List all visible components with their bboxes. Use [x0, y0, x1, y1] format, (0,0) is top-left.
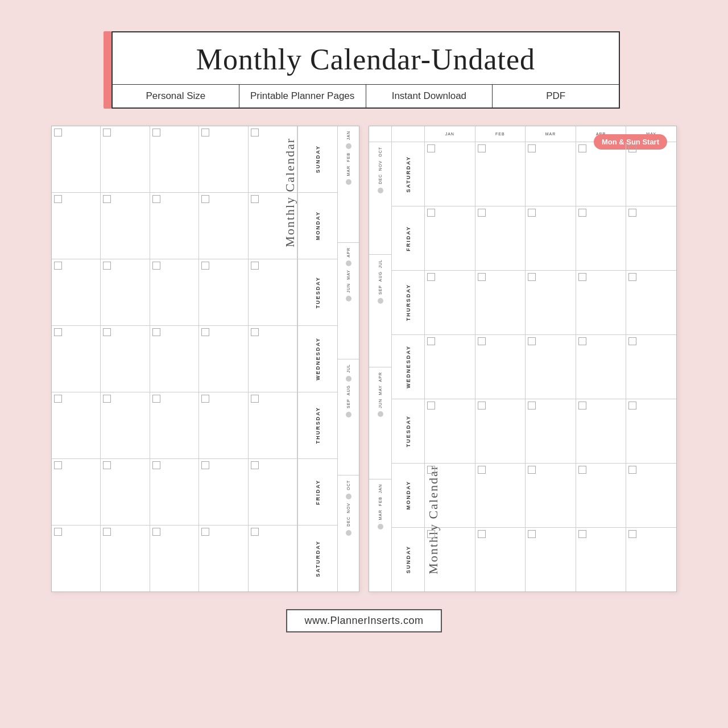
cell-number-box — [103, 262, 111, 270]
right-month-spacer — [369, 126, 392, 142]
cell-number-box — [427, 530, 435, 538]
cell-number-box — [628, 273, 636, 281]
day-label-sunday: SUNDAY — [298, 126, 337, 193]
right-month-sec-3: APR MAY JUN — [369, 367, 391, 480]
cell-number-box — [201, 328, 209, 336]
cell — [425, 142, 475, 206]
cell — [425, 271, 475, 334]
cell — [199, 526, 248, 592]
cell-number-box — [478, 337, 486, 345]
grid-row-6 — [52, 459, 297, 526]
cell — [249, 459, 297, 525]
right-grid-row-6 — [425, 464, 676, 528]
cell-number-box — [54, 395, 62, 403]
cell — [150, 526, 199, 592]
cell-number-box — [103, 395, 111, 403]
cell-number-box — [578, 530, 586, 538]
cell-number-box — [54, 461, 62, 469]
header-container: Monthly Calendar-Undated Personal Size P… — [108, 31, 620, 109]
right-month-sec-2: JUL AUG SEP — [369, 255, 391, 367]
cell-number-box — [201, 528, 209, 536]
month-dot — [346, 179, 351, 185]
cell — [626, 464, 676, 527]
month-dot — [378, 524, 383, 530]
cell — [101, 526, 150, 592]
cell-number-box — [578, 144, 586, 152]
right-day-wednesday: WEDNESDAY — [392, 335, 424, 399]
cell-number-box — [152, 195, 160, 203]
grid-row-1 — [52, 126, 297, 193]
grid-row-3 — [52, 259, 297, 326]
top-month-feb: FEB — [475, 126, 526, 142]
month-dot — [378, 188, 383, 193]
cell-number-box — [628, 337, 636, 345]
cell-number-box — [427, 273, 435, 281]
right-grid-row-2 — [425, 206, 676, 271]
cell — [526, 142, 576, 206]
cell-number-box — [152, 262, 160, 270]
month-dot — [346, 143, 351, 149]
cell-number-box — [54, 528, 62, 536]
cell — [101, 126, 150, 192]
month-section-3: JUL AUG SEP — [338, 359, 359, 476]
cell — [249, 526, 297, 592]
cell — [526, 335, 576, 399]
cell — [526, 399, 576, 463]
cell — [101, 392, 150, 458]
cell — [475, 206, 526, 270]
cell-number-box — [528, 402, 536, 410]
subtitle-pdf: PDF — [493, 85, 619, 107]
cell-number-box — [103, 129, 111, 136]
grid-row-5 — [52, 392, 297, 459]
cell-number-box — [578, 273, 586, 281]
right-grid-row-1 — [425, 142, 676, 206]
cell — [576, 335, 627, 399]
cell — [199, 126, 248, 192]
cell-number-box — [201, 262, 209, 270]
month-dot — [346, 494, 351, 499]
right-grid-row-7 — [425, 528, 676, 592]
cell — [626, 528, 676, 592]
right-day-sunday: SUNDAY — [392, 528, 424, 592]
cell-number-box — [152, 461, 160, 469]
cell-number-box — [251, 461, 259, 469]
cell — [150, 193, 199, 259]
cell — [249, 259, 297, 325]
footer: www.PlannerInserts.com — [286, 609, 441, 632]
cell — [199, 459, 248, 525]
right-grid-row-4 — [425, 335, 676, 399]
cell-number-box — [427, 144, 435, 152]
cell-number-box — [628, 209, 636, 217]
cell-number-box — [201, 129, 209, 136]
cell-number-box — [578, 337, 586, 345]
left-month-labels: JAN FEB MAR APR MAY JUN JUL AUG SEP — [337, 126, 359, 592]
cell-number-box — [528, 273, 536, 281]
right-day-monday: MONDAY — [392, 464, 424, 528]
grid-row-7 — [52, 526, 297, 592]
right-day-saturday: SATURDAY — [392, 142, 424, 206]
right-calendar-grid — [425, 142, 676, 592]
cell — [626, 271, 676, 334]
cell — [52, 326, 101, 392]
cell-number-box — [103, 195, 111, 203]
cell — [249, 193, 297, 259]
cell-number-box — [528, 144, 536, 152]
cell-number-box — [528, 530, 536, 538]
month-section-4: OCT NOV DEC — [338, 475, 359, 592]
day-label-friday: FRIDAY — [298, 459, 337, 526]
cell-number-box — [251, 328, 259, 336]
right-grid-body: OCT NOV DEC JUL AUG SEP APR MAY JU — [369, 142, 676, 592]
cell-number-box — [578, 402, 586, 410]
month-dot — [378, 298, 383, 304]
right-month-sec-4: JAN FEB MAR — [369, 479, 391, 592]
cell — [101, 459, 150, 525]
cell — [425, 335, 475, 399]
cell-number-box — [201, 195, 209, 203]
right-day-labels: SATURDAY FRIDAY THURSDAY WEDNESDAY TUESD… — [392, 142, 425, 592]
subtitle-personal-size: Personal Size — [113, 85, 239, 107]
cell — [249, 392, 297, 458]
cell-number-box — [628, 530, 636, 538]
cell — [425, 464, 475, 527]
cell-number-box — [251, 262, 259, 270]
cell-number-box — [103, 328, 111, 336]
